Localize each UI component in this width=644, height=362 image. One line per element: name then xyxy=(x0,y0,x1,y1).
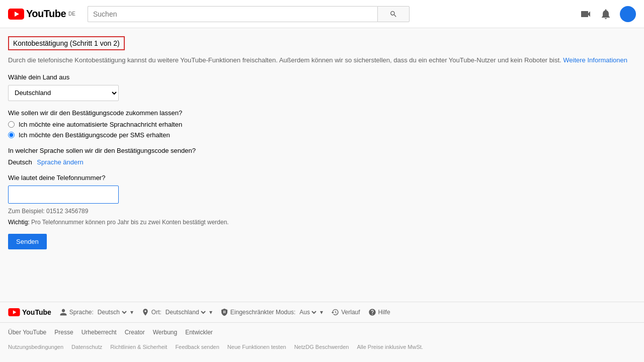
footer-bottom-link-5[interactable]: NetzDG Beschwerden xyxy=(294,344,349,350)
phone-label: Wie lautet deine Telefonnummer? xyxy=(8,174,636,182)
youtube-logo-de: DE xyxy=(68,11,75,17)
footer-link-entwickler[interactable]: Entwickler xyxy=(185,329,213,336)
location-icon xyxy=(141,308,149,316)
footer-logo-text: YouTube xyxy=(22,308,51,316)
description-text: Durch die telefonische Kontobestätigung … xyxy=(8,55,636,65)
chevron-down-icon: ▾ xyxy=(130,309,133,316)
bell-icon xyxy=(600,8,612,20)
phone-example: Zum Beispiel: 01512 3456789 xyxy=(8,208,636,215)
footer-restricted-item[interactable]: Eingeschränkter Modus: Aus ▾ xyxy=(220,308,323,316)
footer-link-uber[interactable]: Über YouTube xyxy=(8,329,46,336)
footer-location-item[interactable]: Ort: Deutschland ▾ xyxy=(141,308,212,316)
footer-bottom-link-1[interactable]: Datenschutz xyxy=(71,344,102,350)
phone-warning-text: Pro Telefonnummer können pro Jahr bis zu… xyxy=(30,219,229,226)
search-input[interactable] xyxy=(88,6,377,22)
radio-group: Ich möchte eine automatisierte Sprachnac… xyxy=(8,121,636,139)
footer-youtube-icon xyxy=(8,308,20,316)
footer-help-label: Hilfe xyxy=(378,309,390,316)
video-camera-button[interactable] xyxy=(580,8,592,20)
footer-history-label: Verlauf xyxy=(341,309,360,316)
footer-bottom-link-3[interactable]: Feedback senden xyxy=(175,344,219,350)
user-avatar[interactable] xyxy=(620,6,636,22)
more-info-link[interactable]: Weitere Informationen xyxy=(563,56,627,64)
youtube-logo-icon xyxy=(8,9,24,20)
history-icon xyxy=(331,308,339,316)
footer-links: Über YouTube Presse Urheberrecht Creator… xyxy=(0,323,644,342)
country-label: Wähle dein Land aus xyxy=(8,73,636,81)
search-icon xyxy=(389,10,397,18)
footer-bottom-link-2[interactable]: Richtlinien & Sicherheit xyxy=(110,344,167,350)
youtube-logo-link[interactable]: YouTubeDE xyxy=(8,8,75,20)
footer-language-item[interactable]: Sprache: Deutsch ▾ xyxy=(59,308,133,316)
footer-link-creator[interactable]: Creator xyxy=(125,329,145,336)
language-change-link[interactable]: Sprache ändern xyxy=(37,158,84,166)
page-title: Kontobestätigung (Schritt 1 von 2) xyxy=(8,36,125,50)
footer-link-urheberrecht[interactable]: Urheberrecht xyxy=(82,329,117,336)
radio-voice-label[interactable]: Ich möchte eine automatisierte Sprachnac… xyxy=(8,121,636,128)
main-content: Kontobestätigung (Schritt 1 von 2) Durch… xyxy=(0,28,644,302)
search-bar xyxy=(88,6,410,22)
footer-bottom-link-0[interactable]: Nutzungsbedingungen xyxy=(8,344,63,350)
chevron-down-restricted-icon: ▾ xyxy=(320,309,323,316)
footer-restricted-select[interactable]: Aus xyxy=(297,308,318,316)
notifications-button[interactable] xyxy=(600,8,612,20)
radio-voice-text: Ich möchte eine automatisierte Sprachnac… xyxy=(19,121,182,128)
radio-sms[interactable] xyxy=(8,132,15,138)
footer-location-label: Ort: xyxy=(151,309,162,316)
footer-link-werbung[interactable]: Werbung xyxy=(153,329,177,336)
person-icon xyxy=(59,308,67,316)
footer-logo: YouTube xyxy=(8,308,51,316)
footer-language-label: Sprache: xyxy=(69,309,94,316)
country-select-wrapper: Deutschland xyxy=(8,85,636,101)
country-select[interactable]: Deutschland xyxy=(8,85,119,101)
language-section-label: In welcher Sprache sollen wir dir den Be… xyxy=(8,147,636,154)
chevron-down-location-icon: ▾ xyxy=(209,309,212,316)
description-body: Durch die telefonische Kontobestätigung … xyxy=(8,56,561,64)
search-button[interactable] xyxy=(377,6,410,22)
footer-history-item[interactable]: Verlauf xyxy=(331,308,360,316)
language-value: Deutsch xyxy=(8,158,32,166)
phone-input[interactable] xyxy=(8,186,119,204)
site-header: YouTubeDE xyxy=(0,0,644,28)
footer-restricted-label: Eingeschränkter Modus: xyxy=(230,309,295,316)
footer-help-item[interactable]: Hilfe xyxy=(368,308,390,316)
radio-sms-text: Ich möchte den Bestätigungscode per SMS … xyxy=(19,131,170,139)
language-row: Deutsch Sprache ändern xyxy=(8,158,636,166)
verification-label: Wie sollen wir dir den Bestätigungscode … xyxy=(8,109,636,117)
footer-link-presse[interactable]: Presse xyxy=(54,329,73,336)
help-icon xyxy=(368,308,376,316)
radio-sms-label[interactable]: Ich möchte den Bestätigungscode per SMS … xyxy=(8,131,636,139)
site-footer: YouTube Sprache: Deutsch ▾ Ort: Deutschl… xyxy=(0,302,644,356)
phone-warning-bold: Wichtig: xyxy=(8,219,30,226)
send-button[interactable]: Senden xyxy=(8,234,47,249)
footer-location-select[interactable]: Deutschland xyxy=(164,308,207,316)
video-camera-icon xyxy=(580,8,592,20)
footer-top: YouTube Sprache: Deutsch ▾ Ort: Deutschl… xyxy=(0,302,644,323)
footer-language-select[interactable]: Deutsch xyxy=(96,308,128,316)
footer-bottom-mwst: Alle Preise inklusive MwSt. xyxy=(357,344,423,350)
restricted-icon xyxy=(220,308,228,316)
header-actions xyxy=(580,6,636,22)
phone-warning: Wichtig: Pro Telefonnummer können pro Ja… xyxy=(8,219,636,226)
footer-bottom-link-4[interactable]: Neue Funktionen testen xyxy=(227,344,286,350)
youtube-logo-text: YouTube xyxy=(26,8,66,20)
radio-voice[interactable] xyxy=(8,121,15,128)
footer-bottom: Nutzungsbedingungen Datenschutz Richtlin… xyxy=(0,342,644,356)
